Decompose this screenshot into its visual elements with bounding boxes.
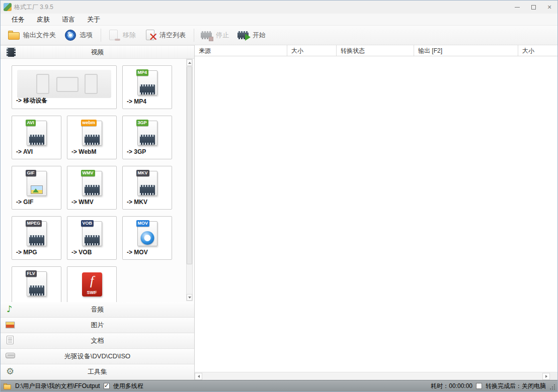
- column-convert-state[interactable]: 转换状态: [337, 45, 414, 56]
- resize-grip[interactable]: [549, 384, 555, 390]
- stop-button[interactable]: 停止: [197, 27, 234, 43]
- scrollbar-thumb[interactable]: [187, 66, 192, 264]
- format-button-gif[interactable]: GIF -> GIF: [12, 166, 61, 210]
- webm-icon: webm: [80, 121, 104, 149]
- flv-icon: FLV: [25, 271, 49, 300]
- options-button[interactable]: 选项: [61, 27, 98, 43]
- format-button-avi[interactable]: AVI -> AVI: [12, 116, 61, 159]
- remove-icon: [107, 29, 120, 41]
- output-folder-button[interactable]: 输出文件夹: [5, 27, 61, 43]
- toolbar-separator: [101, 29, 101, 42]
- window-title: 格式工厂 3.9.5: [14, 3, 53, 12]
- scroll-left-arrow[interactable]: [195, 373, 202, 380]
- toolbar-separator: [194, 29, 194, 42]
- sidebar-section-picture[interactable]: 图片: [1, 318, 194, 333]
- swf-icon: SWF: [80, 271, 104, 300]
- queue-table-header: 来源 大小 转换状态 输出 [F2] 大小: [195, 45, 557, 56]
- column-size-2[interactable]: 大小: [518, 45, 557, 56]
- format-sidebar: 视频 -> 移动设备 MP4 -> MP4: [1, 45, 195, 380]
- queue-table-body[interactable]: [195, 56, 557, 372]
- format-button-webm[interactable]: webm -> WebM: [67, 116, 117, 159]
- sidebar-section-video[interactable]: 视频: [1, 45, 194, 59]
- format-button-3gp[interactable]: 3GP -> 3GP: [122, 116, 172, 159]
- clear-list-icon: ✕: [144, 29, 157, 41]
- scrollbar-corner: [550, 373, 557, 380]
- mkv-icon: MKV: [135, 171, 160, 199]
- maximize-button[interactable]: [525, 1, 541, 14]
- wmv-icon: WMV: [80, 171, 104, 199]
- horizontal-scrollbar[interactable]: [195, 372, 557, 380]
- vob-icon: VOB: [80, 221, 104, 249]
- status-bar: D:\用户目录\我的文档\FFOutput 使用多线程 耗时：00:00:00 …: [1, 380, 557, 391]
- sidebar-section-document[interactable]: 文档: [1, 333, 194, 349]
- format-button-vob[interactable]: VOB -> VOB: [67, 216, 117, 260]
- column-output[interactable]: 输出 [F2]: [414, 45, 518, 56]
- mov-icon: MOV: [135, 221, 160, 249]
- start-icon: [237, 29, 250, 41]
- status-bar-right: 耗时：00:00:00 转换完成后：关闭电脑: [431, 382, 555, 390]
- format-button-swf[interactable]: SWF: [67, 266, 117, 302]
- menu-skin[interactable]: 皮肤: [32, 14, 55, 25]
- main-area: 视频 -> 移动设备 MP4 -> MP4: [1, 45, 557, 380]
- format-button-mp4[interactable]: MP4 -> MP4: [122, 65, 172, 109]
- format-button-wmv[interactable]: WMV -> WMV: [67, 166, 117, 210]
- minimize-button[interactable]: [509, 1, 525, 14]
- close-icon: ×: [547, 4, 551, 11]
- mobile-devices-icon: [17, 70, 111, 98]
- sidebar-section-audio[interactable]: 音频: [1, 302, 194, 318]
- format-button-mov[interactable]: MOV -> MOV: [122, 216, 172, 260]
- minimize-icon: [515, 7, 520, 8]
- app-icon: [4, 3, 12, 11]
- menu-about[interactable]: 关于: [82, 14, 105, 25]
- format-button-flv[interactable]: FLV: [12, 266, 61, 302]
- column-source[interactable]: 来源: [195, 45, 287, 56]
- video-format-grid: -> 移动设备 MP4 -> MP4 AVI: [1, 59, 194, 302]
- shutdown-checkbox[interactable]: [476, 383, 482, 389]
- sidebar-section-toolset[interactable]: 工具集: [1, 364, 194, 380]
- 3gp-icon: 3GP: [135, 121, 160, 149]
- column-size[interactable]: 大小: [287, 45, 337, 56]
- menu-tasks[interactable]: 任务: [7, 14, 30, 25]
- mpg-icon: MPEG: [25, 221, 49, 249]
- gif-icon: GIF: [25, 171, 49, 199]
- multithread-checkbox[interactable]: [104, 383, 110, 389]
- output-path[interactable]: D:\用户目录\我的文档\FFOutput: [15, 382, 100, 390]
- output-folder-icon: [8, 29, 21, 41]
- scroll-up-arrow[interactable]: [187, 59, 192, 66]
- video-format-panel: -> 移动设备 MP4 -> MP4 AVI: [1, 59, 194, 302]
- format-panel-scrollbar[interactable]: [186, 59, 193, 301]
- elapsed-time: 耗时：00:00:00: [431, 382, 472, 390]
- task-list-panel: 来源 大小 转换状态 输出 [F2] 大小: [195, 45, 557, 380]
- clear-list-button[interactable]: ✕ 清空列表: [141, 27, 191, 43]
- options-disc-icon: [64, 29, 77, 41]
- format-button-mkv[interactable]: MKV -> MKV: [122, 166, 172, 210]
- format-factory-window: 格式工厂 3.9.5 × 任务 皮肤 语言 关于 输出文件夹 选项 移除 ✕ 清…: [0, 0, 558, 392]
- format-button-mpg[interactable]: MPEG -> MPG: [12, 216, 61, 260]
- output-path-folder-icon[interactable]: [4, 383, 12, 389]
- maximize-icon: [531, 5, 536, 10]
- stop-icon: [200, 29, 213, 41]
- multithread-label: 使用多线程: [113, 382, 143, 390]
- sidebar-section-rom-device[interactable]: 光驱设备\DVD\CD\ISO: [1, 349, 194, 364]
- avi-icon: AVI: [25, 121, 49, 149]
- mp4-icon: MP4: [135, 70, 160, 99]
- format-button-mobile-device[interactable]: -> 移动设备: [12, 65, 117, 109]
- shutdown-label: 转换完成后：关闭电脑: [486, 382, 546, 390]
- toolbar: 输出文件夹 选项 移除 ✕ 清空列表 停止 开始: [1, 26, 557, 45]
- menu-bar: 任务 皮肤 语言 关于: [1, 14, 557, 26]
- title-bar: 格式工厂 3.9.5 ×: [1, 1, 557, 14]
- start-button[interactable]: 开始: [234, 27, 271, 43]
- window-controls: ×: [509, 1, 557, 14]
- scroll-down-arrow[interactable]: [187, 294, 192, 301]
- remove-button[interactable]: 移除: [104, 27, 141, 43]
- menu-language[interactable]: 语言: [57, 14, 80, 25]
- close-button[interactable]: ×: [541, 1, 557, 14]
- scroll-right-arrow[interactable]: [542, 373, 550, 380]
- scrollbar-track[interactable]: [202, 373, 542, 380]
